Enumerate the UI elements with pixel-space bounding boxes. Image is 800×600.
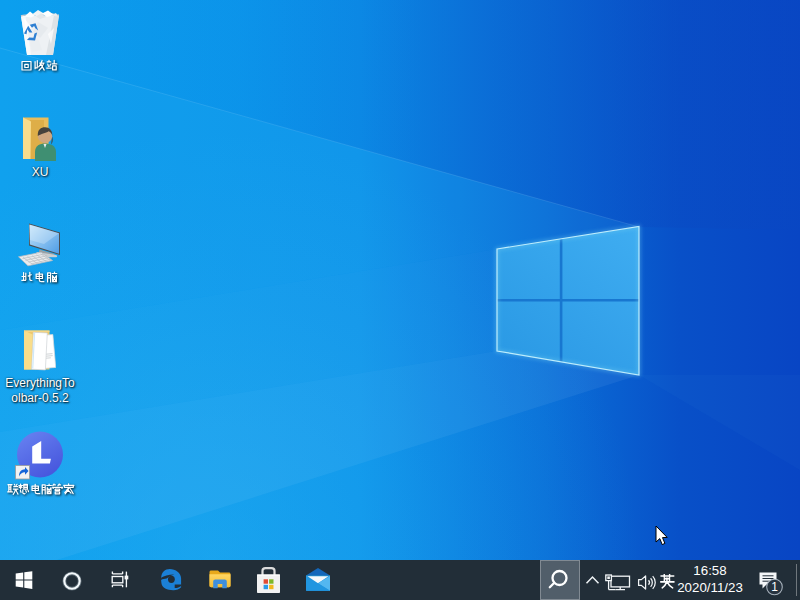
svg-text:1: 1 (771, 580, 778, 594)
